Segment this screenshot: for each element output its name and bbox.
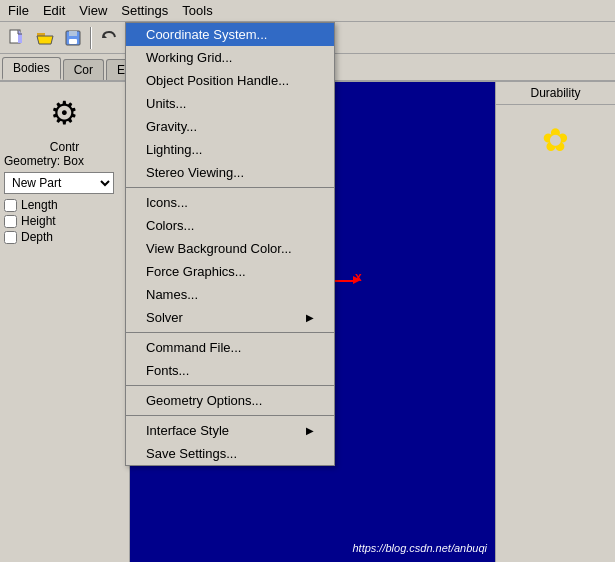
- height-label: Height: [21, 214, 56, 228]
- x-label: x: [355, 270, 362, 284]
- menu-units[interactable]: Units...: [126, 92, 334, 115]
- svg-marker-3: [37, 36, 53, 44]
- menu-coordinate-system[interactable]: Coordinate System...: [126, 23, 334, 46]
- menu-settings[interactable]: Settings: [115, 1, 174, 20]
- undo-button[interactable]: [96, 25, 122, 51]
- menu-working-grid[interactable]: Working Grid...: [126, 46, 334, 69]
- open-button[interactable]: [32, 25, 58, 51]
- menu-sep-2: [126, 332, 334, 333]
- menu-geometry-options[interactable]: Geometry Options...: [126, 389, 334, 412]
- menu-interface-style[interactable]: Interface Style: [126, 419, 334, 442]
- tab-bodies[interactable]: Bodies: [2, 57, 61, 80]
- depth-checkbox-row: Depth: [4, 230, 125, 244]
- depth-label: Depth: [21, 230, 53, 244]
- tab-cor[interactable]: Cor: [63, 59, 104, 80]
- svg-rect-5: [69, 31, 77, 36]
- menu-command-file[interactable]: Command File...: [126, 336, 334, 359]
- height-checkbox[interactable]: [4, 215, 17, 228]
- svg-marker-7: [103, 34, 107, 38]
- menu-sep-3: [126, 385, 334, 386]
- menu-tools[interactable]: Tools: [176, 1, 218, 20]
- menubar: File Edit View Settings Tools: [0, 0, 615, 22]
- menu-view-background-color[interactable]: View Background Color...: [126, 237, 334, 260]
- menu-lighting[interactable]: Lighting...: [126, 138, 334, 161]
- menu-force-graphics[interactable]: Force Graphics...: [126, 260, 334, 283]
- depth-checkbox[interactable]: [4, 231, 17, 244]
- menu-gravity[interactable]: Gravity...: [126, 115, 334, 138]
- geometry-text: Geometry: Box: [4, 154, 125, 168]
- toolbar-separator-1: [90, 27, 92, 49]
- height-checkbox-row: Height: [4, 214, 125, 228]
- contr-label: Contr: [4, 140, 125, 154]
- menu-icons[interactable]: Icons...: [126, 191, 334, 214]
- svg-rect-6: [69, 39, 77, 44]
- length-checkbox[interactable]: [4, 199, 17, 212]
- left-panel: ⚙ Contr Geometry: Box New Part Length He…: [0, 82, 130, 562]
- url-overlay: https://blog.csdn.net/anbuqi: [352, 542, 487, 554]
- durability-header: Durability: [496, 82, 615, 105]
- menu-solver[interactable]: Solver: [126, 306, 334, 329]
- new-button[interactable]: [4, 25, 30, 51]
- menu-edit[interactable]: Edit: [37, 1, 71, 20]
- menu-fonts[interactable]: Fonts...: [126, 359, 334, 382]
- sun-icon: ✿: [542, 121, 569, 159]
- length-label: Length: [21, 198, 58, 212]
- gear-icon-area: ⚙: [4, 86, 125, 140]
- menu-object-position-handle[interactable]: Object Position Handle...: [126, 69, 334, 92]
- menu-colors[interactable]: Colors...: [126, 214, 334, 237]
- menu-sep-1: [126, 187, 334, 188]
- menu-save-settings[interactable]: Save Settings...: [126, 442, 334, 465]
- menu-names[interactable]: Names...: [126, 283, 334, 306]
- menu-sep-4: [126, 415, 334, 416]
- settings-menu: Coordinate System... Working Grid... Obj…: [125, 22, 335, 466]
- save-button[interactable]: [60, 25, 86, 51]
- menu-file[interactable]: File: [2, 1, 35, 20]
- new-part-select[interactable]: New Part: [4, 172, 114, 194]
- gear-icon: ⚙: [50, 94, 79, 132]
- durability-panel: Durability ✿: [495, 82, 615, 562]
- length-checkbox-row: Length: [4, 198, 125, 212]
- menu-stereo-viewing[interactable]: Stereo Viewing...: [126, 161, 334, 184]
- menu-view[interactable]: View: [73, 1, 113, 20]
